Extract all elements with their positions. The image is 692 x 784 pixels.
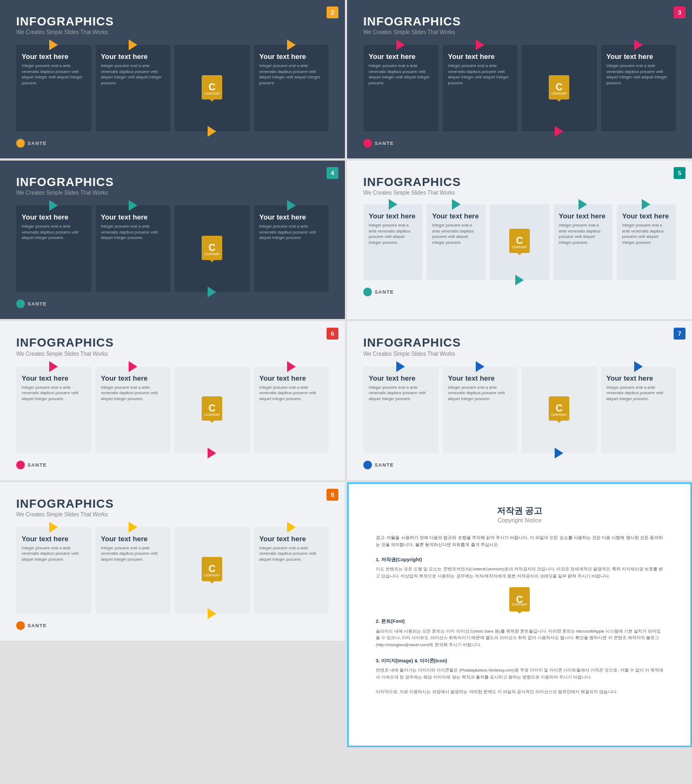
arrow-icon: [515, 275, 524, 285]
cards-row-2: Your text here Integer posuere erat a an…: [363, 45, 676, 131]
slide-num-7: 8: [327, 489, 338, 501]
card-body: Integer posuere erat a ante venenatis da…: [101, 546, 165, 563]
slide-title-6: INFOGRAPHICS: [363, 336, 676, 349]
card-3-3: C CONTENT: [175, 205, 250, 292]
card-6-3: C CONTENT: [522, 367, 597, 453]
brand-icon: [363, 288, 372, 296]
card-body: Integer posuere erat a ante venenatis da…: [448, 63, 513, 86]
slide-title-5: INFOGRAPHICS: [16, 336, 329, 349]
copyright-section-1: 1. 저작권(Copyright) 이도 컨텐츠는 모든 도형 및 요소는 콘텐…: [376, 555, 663, 580]
brand-icon: [16, 621, 25, 630]
c-icon: C CONTENT: [509, 229, 530, 253]
copyright-section-3: 3. 이미지(Image) & 아이콘(Icon) 컨텐츠 내에 들어가는 이미…: [376, 656, 663, 681]
card-heading: Your text here: [369, 52, 433, 61]
card-body: Integer posuere erat a ante venenatis da…: [101, 224, 165, 241]
card-1-4: Your text here Integer posuere erat a an…: [254, 45, 329, 131]
brand-text: SANTE: [375, 141, 394, 146]
card-2-3: C CONTENT: [522, 45, 597, 131]
arrow-icon: [578, 199, 587, 210]
copyright-body: 경고: 저물을 사용하기 전에 다음의 법규와 조항을 주의해 읽어 주시기 바…: [376, 534, 663, 696]
copyright-section-body: 컨텐츠 내에 들어가는 이미지와 아이콘들은 (Pixabay&stock,Ve…: [376, 667, 663, 681]
arrow-icon: [555, 126, 563, 137]
copyright-icon-wrapper: C CONTENT: [376, 587, 663, 612]
arrow-icon: [208, 126, 216, 137]
c-icon: C CONTENT: [202, 75, 222, 99]
copyright-section-title: 1. 저작권(Copyright): [376, 555, 663, 564]
arrow-icon: [642, 199, 650, 210]
slide-title-2: INFOGRAPHICS: [363, 15, 676, 28]
arrow-icon: [396, 39, 405, 50]
brand-icon: [363, 139, 372, 148]
card-heading: Your text here: [448, 374, 513, 382]
card-body: Integer posuere erat a ante venenatis da…: [22, 546, 86, 563]
card-body: Integer posuere erat a ante venenatis da…: [369, 385, 433, 402]
card-3-2: Your text here Integer posuere erat a an…: [96, 205, 171, 292]
arrow-icon: [129, 522, 137, 533]
arrow-icon: [208, 608, 216, 619]
card-heading: Your text here: [448, 52, 513, 61]
arrow-icon: [452, 199, 461, 210]
arrow-icon: [634, 361, 643, 372]
card-body: Integer posuere erat a ante venenatis da…: [369, 223, 417, 245]
arrow-icon: [129, 361, 137, 372]
card-body: Integer posuere erat a ante venenatis da…: [369, 63, 433, 86]
slide-subtitle-1: We Creates Simple Slides That Works: [16, 29, 329, 35]
cards-row-7: Your text here Integer posuere erat a an…: [16, 527, 329, 614]
card-5-2: Your text here Integer posuere erat a an…: [96, 367, 171, 453]
card-heading: Your text here: [622, 212, 670, 220]
slide-num-5: 6: [327, 328, 338, 340]
card-heading: Your text here: [260, 535, 324, 543]
card-7-3: C CONTENT: [175, 527, 250, 614]
card-body: Integer posuere erat a ante venenatis da…: [260, 224, 324, 241]
card-heading: Your text here: [607, 52, 671, 61]
card-heading: Your text here: [260, 52, 324, 61]
copyright-section-2: 2. 폰트(Font) 슬라이드 내에 사용되는 모든 폰트는 이미 라이선스(…: [376, 617, 663, 648]
copyright-section-body: 슬라이드 내에 사용되는 모든 폰트는 이미 라이선스(Noto Sans 등)…: [376, 628, 663, 649]
slide-num-2: 3: [674, 6, 686, 18]
arrow-icon: [129, 200, 137, 211]
arrow-icon: [49, 522, 58, 533]
card-5-3: C CONTENT: [175, 367, 250, 453]
card-6-2: Your text here Integer posuere erat a an…: [443, 367, 518, 453]
card-7-1: Your text here Integer posuere erat a an…: [16, 527, 91, 614]
arrow-icon: [389, 199, 397, 210]
brand-text: SANTE: [28, 141, 47, 146]
card-body: Integer posuere erat a ante venenatis da…: [101, 385, 165, 402]
arrow-icon: [208, 287, 216, 297]
slide-1: 2 INFOGRAPHICS We Creates Simple Slides …: [0, 0, 345, 158]
card-heading: Your text here: [22, 374, 86, 382]
card-heading: Your text here: [101, 535, 165, 543]
copyright-section-body: 이도 컨텐츠는 모든 도형 및 요소는 콘텐츠커먼즈(ContentCommon…: [376, 566, 663, 580]
card-heading: Your text here: [260, 213, 324, 221]
slide-4: 5 INFOGRAPHICS We Creates Simple Slides …: [347, 161, 692, 319]
card-5-1: Your text here Integer posuere erat a an…: [16, 367, 91, 453]
brand-icon: [363, 461, 372, 469]
card-1-2: Your text here Integer posuere erat a an…: [96, 45, 171, 131]
copyright-section-title: 2. 폰트(Font): [376, 617, 663, 626]
slide-subtitle-4: We Creates Simple Slides That Works: [363, 190, 676, 196]
slide-title-4: INFOGRAPHICS: [363, 176, 676, 189]
card-1-1: Your text here Integer posuere erat a an…: [16, 45, 91, 131]
card-heading: Your text here: [559, 212, 607, 220]
c-icon: C CONTENT: [202, 396, 222, 421]
card-heading: Your text here: [369, 374, 433, 382]
brand-icon: [16, 300, 25, 308]
card-heading: Your text here: [101, 374, 165, 382]
copyright-slide: 저작권 공고 Copyright Notice 경고: 저물을 사용하기 전에 …: [347, 482, 692, 747]
slide-title-7: INFOGRAPHICS: [16, 497, 329, 510]
brand-7: SANTE: [16, 621, 329, 630]
brand-2: SANTE: [363, 139, 676, 148]
card-heading: Your text here: [22, 213, 86, 221]
card-heading: Your text here: [432, 212, 480, 220]
brand-1: SANTE: [16, 139, 329, 148]
copyright-title-en: Copyright Notice: [497, 517, 541, 523]
brand-text: SANTE: [28, 462, 47, 468]
card-heading: Your text here: [607, 374, 671, 382]
card-heading: Your text here: [369, 212, 417, 220]
brand-text: SANTE: [28, 623, 47, 628]
card-3-1: Your text here Integer posuere erat a an…: [16, 205, 91, 292]
slide-num-1: 2: [327, 6, 338, 18]
slide-subtitle-6: We Creates Simple Slides That Works: [363, 351, 676, 357]
slide-3: 4 INFOGRAPHICS We Creates Simple Slides …: [0, 161, 345, 319]
cards-row-1: Your text here Integer posuere erat a an…: [16, 45, 329, 131]
